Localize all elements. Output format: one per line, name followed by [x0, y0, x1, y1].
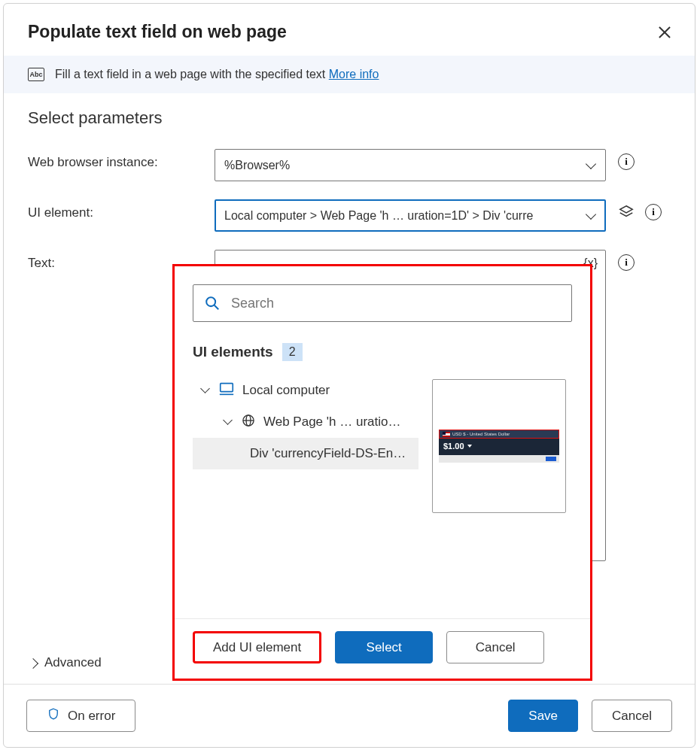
- select-button[interactable]: Select: [335, 631, 433, 663]
- chevron-down-icon: [200, 385, 211, 396]
- dialog-title: Populate text field on web page: [28, 22, 287, 42]
- svg-rect-2: [221, 383, 233, 391]
- picker-footer: Add UI element Select Cancel: [175, 618, 590, 679]
- on-error-button[interactable]: On error: [26, 700, 135, 732]
- ui-element-label: UI element:: [28, 199, 215, 220]
- info-bar: Abc Fill a text field in a web page with…: [4, 56, 695, 93]
- text-field-icon: Abc: [28, 68, 44, 81]
- info-text: Fill a text field in a web page with the…: [55, 68, 379, 81]
- chevron-right-icon: [28, 657, 38, 668]
- dialog-footer: On error Save Cancel: [4, 684, 695, 747]
- save-button[interactable]: Save: [508, 700, 578, 732]
- tree-node-computer[interactable]: Local computer: [193, 375, 418, 406]
- cancel-button[interactable]: Cancel: [592, 700, 672, 732]
- close-icon[interactable]: [657, 25, 672, 40]
- info-icon[interactable]: i: [645, 204, 662, 220]
- flag-icon: [443, 432, 450, 437]
- ui-elements-count: 2: [282, 343, 303, 361]
- browser-dropdown[interactable]: %Browser%: [215, 149, 606, 181]
- browser-label: Web browser instance:: [28, 149, 215, 170]
- param-row-browser: Web browser instance: %Browser% i: [28, 149, 671, 181]
- preview-header: USD $ - United States Dollar: [452, 432, 510, 436]
- add-ui-element-button[interactable]: Add UI element: [193, 631, 321, 663]
- advanced-label: Advanced: [44, 655, 102, 670]
- info-icon[interactable]: i: [618, 153, 635, 170]
- svg-line-1: [215, 305, 219, 310]
- element-preview: USD $ - United States Dollar $1.00: [432, 379, 566, 513]
- picker-cancel-button[interactable]: Cancel: [446, 631, 544, 663]
- tree-label: Div 'currencyField-DS-En…: [250, 446, 406, 461]
- ui-elements-title: UI elements: [193, 344, 273, 360]
- shield-icon: [47, 707, 60, 724]
- on-error-label: On error: [68, 709, 115, 724]
- tree-label: Web Page 'h … uration…: [263, 414, 406, 430]
- chevron-down-icon: [586, 211, 596, 221]
- dialog-header: Populate text field on web page: [4, 4, 695, 56]
- ui-element-dropdown[interactable]: Local computer > Web Page 'h … uration=1…: [215, 199, 606, 232]
- layers-icon[interactable]: [618, 204, 635, 220]
- more-info-link[interactable]: More info: [329, 68, 379, 80]
- svg-point-0: [206, 297, 215, 306]
- advanced-toggle[interactable]: Advanced: [28, 655, 102, 670]
- browser-value: %Browser%: [224, 159, 290, 172]
- tree-node-div[interactable]: Div 'currencyField-DS-En…: [193, 438, 418, 469]
- computer-icon: [218, 381, 235, 401]
- param-row-ui-element: UI element: Local computer > Web Page 'h…: [28, 199, 671, 232]
- ui-element-value: Local computer > Web Page 'h … uration=1…: [224, 209, 533, 223]
- ui-elements-header: UI elements 2: [193, 343, 572, 361]
- chevron-down-icon: [223, 417, 233, 427]
- tree-node-page[interactable]: Web Page 'h … uration…: [193, 406, 418, 438]
- search-input[interactable]: [193, 284, 572, 322]
- preview-value: $1.00: [443, 442, 464, 451]
- section-title: Select parameters: [28, 108, 671, 128]
- search-field[interactable]: [230, 295, 561, 312]
- search-icon: [204, 295, 221, 311]
- globe-icon: [241, 413, 256, 432]
- chevron-down-icon: [467, 445, 472, 448]
- tree-label: Local computer: [242, 383, 330, 398]
- ui-element-picker: UI elements 2 Local computer: [172, 264, 592, 681]
- dialog: Populate text field on web page Abc Fill…: [3, 3, 695, 748]
- info-icon[interactable]: i: [618, 254, 635, 271]
- chevron-down-icon: [586, 160, 596, 171]
